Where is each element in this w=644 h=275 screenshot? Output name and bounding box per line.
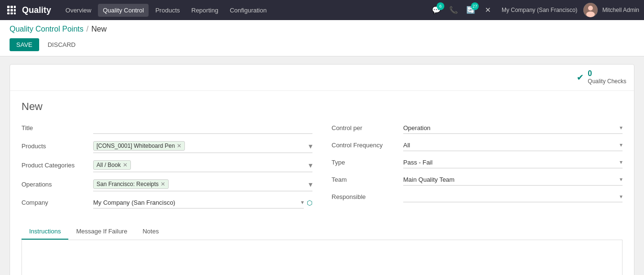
tab-instructions[interactable]: Instructions [21,224,68,240]
discard-button[interactable]: DISCARD [43,38,81,51]
tab-notes[interactable]: Notes [135,224,166,240]
type-label: Type [332,159,403,166]
title-input[interactable] [93,122,312,134]
tab-message-if-failure[interactable]: Message If Failure [68,224,135,240]
settings-icon[interactable]: ✕ [481,2,496,18]
svg-rect-6 [7,12,10,14]
company-row: Company My Company (San Francisco) ▾ ⬡ [21,197,312,209]
products-field: [CONS_0001] Whiteboard Pen ✕ ▾ [93,140,312,153]
title-row: Title [21,122,312,134]
breadcrumb-separator: / [86,25,88,33]
top-navigation: Quality Overview Quality Control Product… [0,0,644,20]
tabs-area: Instructions Message If Failure Notes ⋮⋮ [21,224,623,275]
svg-rect-8 [14,12,16,14]
operations-row: Operations San Francisco: Receipts ✕ ▾ [21,178,312,191]
product-categories-field: All / Book ✕ ▾ [93,159,312,172]
type-value: Pass - Fail [403,159,620,166]
svg-rect-0 [7,6,10,8]
svg-rect-1 [11,6,13,8]
category-tag: All / Book ✕ [93,160,131,170]
phone-button[interactable]: 📞 [446,2,462,18]
control-frequency-select[interactable]: All ▾ [403,140,623,151]
nav-products[interactable]: Products [150,4,184,17]
responsible-arrow[interactable]: ▾ [620,193,623,200]
form-body: New Title Products [10,91,634,275]
left-column: Title Products [CONS_0001] Whiteboard Pe… [21,122,312,214]
messages-button[interactable]: 💬 6 [429,2,444,18]
operations-field: San Francisco: Receipts ✕ ▾ [93,178,312,191]
control-frequency-row: Control Frequency All ▾ [332,140,623,151]
form-title: New [21,100,623,113]
team-row: Team Main Quality Team ▾ [332,174,623,186]
team-value: Main Quality Team [403,176,620,183]
nav-overview[interactable]: Overview [61,4,96,17]
svg-rect-2 [14,6,16,8]
operations-label: Operations [21,181,93,188]
form-columns: Title Products [CONS_0001] Whiteboard Pe… [21,122,623,214]
tabs-content: ⋮⋮ [21,240,623,275]
categories-dropdown-arrow[interactable]: ▾ [309,161,312,170]
products-row: Products [CONS_0001] Whiteboard Pen ✕ ▾ [21,140,312,153]
company-dropdown-arrow[interactable]: ▾ [301,199,304,206]
company-value: My Company (San Francisco) [93,199,301,206]
company-label: My Company (San Francisco) [502,7,578,13]
messages-badge: 6 [437,2,444,10]
nav-reporting[interactable]: Reporting [187,4,223,17]
products-dropdown-arrow[interactable]: ▾ [309,142,312,151]
title-label: Title [21,124,93,132]
category-tag-text: All / Book [97,162,121,168]
team-select[interactable]: Main Quality Team ▾ [403,174,623,186]
product-categories-row: Product Categories All / Book ✕ ▾ [21,159,312,172]
tabs-header: Instructions Message If Failure Notes [21,224,623,240]
nav-quality-control[interactable]: Quality Control [98,4,149,17]
control-frequency-arrow[interactable]: ▾ [620,142,623,148]
nav-configuration[interactable]: Configuration [225,4,271,17]
control-per-row: Control per Operation ▾ [332,122,623,134]
operation-tag-text: San Francisco: Receipts [97,181,159,187]
breadcrumb-current: New [91,25,107,33]
type-field: Pass - Fail ▾ [403,157,623,168]
company-external-link-icon[interactable]: ⬡ [307,199,312,207]
breadcrumb-parent[interactable]: Quality Control Points [10,25,84,33]
activities-badge: 27 [471,2,479,10]
operations-tag-input[interactable]: San Francisco: Receipts ✕ ▾ [93,178,312,191]
team-arrow[interactable]: ▾ [620,176,623,183]
svg-point-11 [586,11,595,17]
quality-checks-label: Quality Checks [588,78,626,86]
control-per-value: Operation [403,124,620,132]
control-per-arrow[interactable]: ▾ [620,124,623,131]
product-tag-text: [CONS_0001] Whiteboard Pen [97,143,175,149]
svg-rect-3 [7,9,10,11]
app-grid-icon[interactable] [5,3,18,17]
save-button[interactable]: SAVE [10,38,39,51]
operations-dropdown-arrow[interactable]: ▾ [309,180,312,189]
team-label: Team [332,176,403,183]
category-tag-remove[interactable]: ✕ [123,162,128,168]
svg-point-10 [588,6,593,11]
product-categories-label: Product Categories [21,162,93,169]
svg-rect-4 [11,9,13,11]
product-tag-remove[interactable]: ✕ [177,143,182,149]
products-tag-input[interactable]: [CONS_0001] Whiteboard Pen ✕ ▾ [93,140,312,153]
quality-checks-count: 0 [588,69,626,78]
control-per-label: Control per [332,124,403,132]
brand-label: Quality [22,5,51,15]
responsible-select[interactable]: ▾ [403,191,623,202]
company-select[interactable]: My Company (San Francisco) ▾ [93,197,304,209]
activities-button[interactable]: 🔄 27 [463,2,479,18]
instructions-editor[interactable] [26,244,618,275]
quality-checks-badge[interactable]: ✔ 0 Quality Checks [577,69,626,86]
control-per-select[interactable]: Operation ▾ [403,122,623,134]
product-categories-tag-input[interactable]: All / Book ✕ ▾ [93,159,312,172]
responsible-row: Responsible ▾ [332,191,623,202]
operation-tag-remove[interactable]: ✕ [161,181,165,187]
company-row-inner: My Company (San Francisco) ▾ ⬡ [93,197,312,209]
type-arrow[interactable]: ▾ [620,159,623,165]
type-select[interactable]: Pass - Fail ▾ [403,157,623,168]
responsible-label: Responsible [332,193,403,200]
right-column: Control per Operation ▾ Control Frequenc… [332,122,623,214]
user-avatar[interactable] [583,3,598,17]
type-row: Type Pass - Fail ▾ [332,157,623,168]
form-card-header: ✔ 0 Quality Checks [10,65,634,91]
breadcrumb: Quality Control Points / New [10,25,634,33]
